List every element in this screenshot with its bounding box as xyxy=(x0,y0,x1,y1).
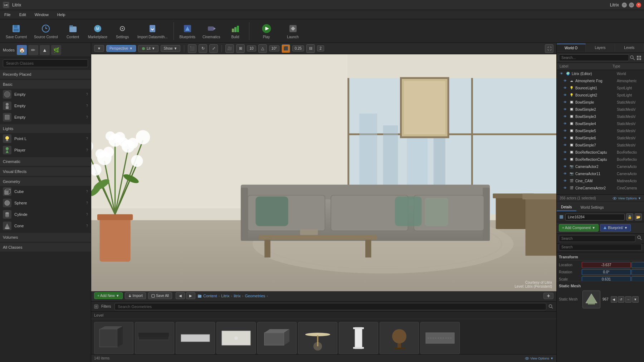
menu-window[interactable]: Window xyxy=(33,12,50,18)
menu-file[interactable]: File xyxy=(3,12,12,18)
outliner-item-bowl6[interactable]: 👁 🔲 BowlSimple6 StaticMesh/ xyxy=(557,134,644,142)
rotation-y-input[interactable] xyxy=(631,269,644,275)
cube-help[interactable]: ? xyxy=(86,190,88,194)
all-classes-header[interactable]: All Classes xyxy=(0,243,91,252)
asset-item-7[interactable] xyxy=(339,322,378,354)
empty-item-3[interactable]: Empty ? xyxy=(0,111,91,123)
asset-item-8[interactable] xyxy=(380,322,419,354)
mesh-find-button[interactable]: → xyxy=(625,296,631,303)
search-geometries-input[interactable] xyxy=(114,303,546,310)
blueprint-button[interactable]: Blueprint/ ▼ xyxy=(600,224,631,232)
browse-icon[interactable]: 📂 xyxy=(635,213,642,220)
outliner-item-bowl7[interactable]: 👁 🔲 BowlSimple7 StaticMesh/ xyxy=(557,142,644,149)
import-button[interactable]: Import xyxy=(125,292,146,299)
content-button[interactable]: Content xyxy=(62,21,84,40)
cube-item[interactable]: Cube ? xyxy=(0,186,91,197)
details-search-input-2[interactable] xyxy=(559,244,642,251)
lock-icon[interactable]: 🔒 xyxy=(626,213,633,220)
menu-help[interactable]: Help xyxy=(56,12,67,18)
outliner-item-bowl3[interactable]: 👁 🔲 BowlSimple3 StaticMesh/ xyxy=(557,113,644,120)
player-item[interactable]: Player ? xyxy=(0,144,91,156)
search-classes-input[interactable] xyxy=(3,59,88,67)
details-search-input[interactable] xyxy=(559,235,635,242)
lights-header[interactable]: Lights xyxy=(0,124,91,133)
empty-help-1[interactable]: ? xyxy=(86,93,88,96)
cylinder-help[interactable]: ? xyxy=(86,213,88,217)
location-y-input[interactable] xyxy=(631,262,644,268)
layers-tab[interactable]: Layers xyxy=(586,44,615,51)
scale-x-input[interactable] xyxy=(582,276,631,281)
outliner-item-bowl4[interactable]: 👁 🔲 BowlSimple4 StaticMesh/ xyxy=(557,120,644,127)
asset-item-5[interactable] xyxy=(257,322,297,354)
lit-button[interactable]: Lit ▼ xyxy=(138,45,158,52)
mode-paint[interactable]: ✏ xyxy=(28,45,38,55)
outliner-item-litrix[interactable]: 👁 🌍 Litrix (Editor) World xyxy=(557,70,644,77)
empty-item-1[interactable]: Empty ? xyxy=(0,89,91,100)
empty-item-2[interactable]: Empty ? xyxy=(0,100,91,111)
asset-item-4[interactable] xyxy=(216,322,256,354)
mode-foliage[interactable]: 🌿 xyxy=(51,45,61,55)
outliner-view-options-button[interactable]: View Options ▼ xyxy=(613,196,641,200)
outliner-item-cinecam2[interactable]: 👁 🎬 CineCameraActor2 CineCamera xyxy=(557,184,644,192)
nav-back-button[interactable]: ◀ xyxy=(176,292,185,299)
cb-view-options-button[interactable]: View Options ▼ xyxy=(525,356,553,361)
outliner-search-icon[interactable] xyxy=(630,55,635,61)
search-icon[interactable] xyxy=(548,304,553,309)
cone-help[interactable]: ? xyxy=(86,224,88,228)
breadcrumb-content[interactable]: Content xyxy=(203,294,217,298)
layers-button[interactable]: ⊟ xyxy=(306,44,315,53)
asset-item-2[interactable] xyxy=(135,322,174,354)
cylinder-item[interactable]: Cylinde ? xyxy=(0,209,91,220)
launch-button[interactable]: Launch xyxy=(282,21,304,40)
fullscreen-button[interactable]: ⛶ xyxy=(545,44,553,53)
close-button[interactable]: ✕ xyxy=(636,3,641,8)
visual-effects-header[interactable]: Visual Effects xyxy=(0,167,91,176)
maximize-button[interactable]: □ xyxy=(629,3,634,8)
rotation-x-input[interactable] xyxy=(582,269,631,275)
outliner-item-atmo-fog[interactable]: 👁 ☁ Atmospheric Fog Atmospheric xyxy=(557,77,644,84)
outliner-item-bowl2[interactable]: 👁 🔲 BowlSimple2 StaticMesh/ xyxy=(557,106,644,113)
minimize-button[interactable]: ─ xyxy=(622,3,627,8)
play-button[interactable]: Play xyxy=(252,21,281,40)
scale-button[interactable]: ⤢ xyxy=(209,44,218,53)
add-component-button[interactable]: + Add Component ▼ xyxy=(559,224,599,232)
save-current-button[interactable]: Save Current xyxy=(3,21,30,40)
asset-item-9[interactable] xyxy=(420,322,460,354)
player-help[interactable]: ? xyxy=(86,148,88,152)
location-x-input[interactable] xyxy=(582,262,631,268)
scale-y-input[interactable] xyxy=(631,276,644,281)
outliner-item-cam11[interactable]: 👁 📷 CameraActor11 CameraActo xyxy=(557,170,644,177)
outliner-item-bounce1[interactable]: 👁 💡 BounceLight1 SpotLight xyxy=(557,84,644,91)
blueprints-button[interactable]: Blueprints xyxy=(177,21,198,40)
empty-help-2[interactable]: ? xyxy=(86,104,88,108)
outliner-item-bowl1[interactable]: 👁 🔲 BowlSimple StaticMesh/ xyxy=(557,99,644,106)
outliner-item-boxrefl1[interactable]: 👁 🔲 BoxReflectionCaptu BoxReflectio xyxy=(557,149,644,156)
mode-place[interactable]: 🏠 xyxy=(17,45,27,55)
rotate-button[interactable]: ↻ xyxy=(199,44,207,53)
levels-tab[interactable]: Levels xyxy=(615,44,644,51)
sphere-help[interactable]: ? xyxy=(86,201,88,205)
actor-name-input[interactable] xyxy=(565,214,625,220)
point-light-item[interactable]: Point L ? xyxy=(0,133,91,144)
recently-placed-header[interactable]: Recently Placed xyxy=(0,70,91,79)
source-control-button[interactable]: Source Control xyxy=(31,21,61,40)
mesh-reset-button[interactable]: ↺ xyxy=(618,296,624,303)
snap-grid-button[interactable]: ⊞ xyxy=(236,44,245,53)
outliner-item-bowl5[interactable]: 👁 🔲 BowlSimple5 StaticMesh/ xyxy=(557,127,644,134)
import-datasmith-button[interactable]: Import Datasmith... xyxy=(135,21,170,40)
menu-edit[interactable]: Edit xyxy=(18,12,28,18)
mesh-browse-button[interactable]: ◀ xyxy=(611,296,617,303)
cone-item[interactable]: Cone ? xyxy=(0,220,91,232)
path-options-button[interactable] xyxy=(543,293,553,299)
static-mesh-thumbnail[interactable] xyxy=(582,291,600,308)
outliner-item-bounce2[interactable]: 👁 💡 BounceLight2 SpotLight xyxy=(557,91,644,99)
asset-item-1[interactable] xyxy=(94,322,133,354)
world-outliner-tab[interactable]: World O xyxy=(557,44,586,52)
outliner-search-input[interactable] xyxy=(559,54,629,61)
filters-label[interactable]: Filters xyxy=(101,304,111,308)
sphere-item[interactable]: Sphere ? xyxy=(0,197,91,209)
breadcrumb-litrix2[interactable]: litrix xyxy=(234,294,241,298)
geometry-header[interactable]: Geometry xyxy=(0,177,91,186)
point-light-help[interactable]: ? xyxy=(86,137,88,141)
show-button[interactable]: Show ▼ xyxy=(161,45,181,52)
